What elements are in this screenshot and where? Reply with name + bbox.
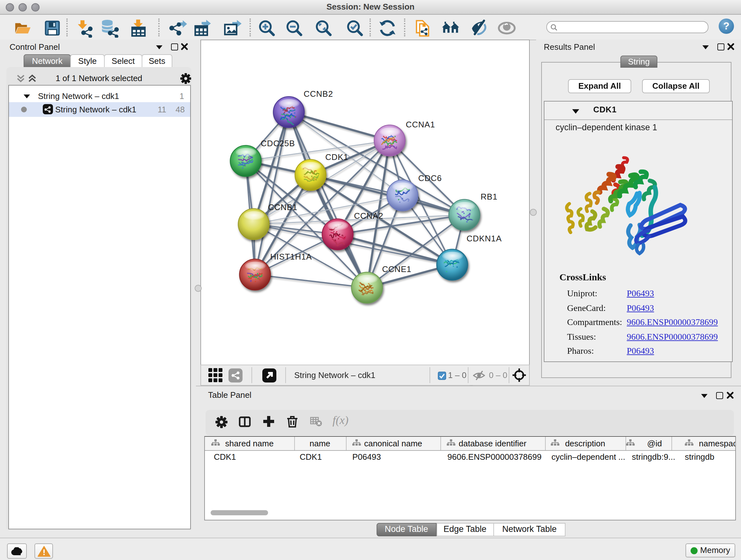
svg-text:CCNB1: CCNB1 — [268, 202, 297, 212]
svg-text:RB1: RB1 — [481, 192, 497, 201]
svg-text:CDC25B: CDC25B — [261, 138, 295, 148]
svg-text:CDK1: CDK1 — [325, 152, 348, 162]
svg-text:HIST1H1A: HIST1H1A — [270, 252, 312, 261]
svg-text:CCNE1: CCNE1 — [382, 264, 411, 274]
svg-text:CCNA1: CCNA1 — [406, 120, 435, 129]
svg-text:CDKN1A: CDKN1A — [467, 234, 502, 243]
svg-text:CCNA2: CCNA2 — [354, 211, 383, 221]
svg-text:CCNB2: CCNB2 — [304, 89, 333, 99]
svg-text:CDC6: CDC6 — [418, 173, 442, 183]
